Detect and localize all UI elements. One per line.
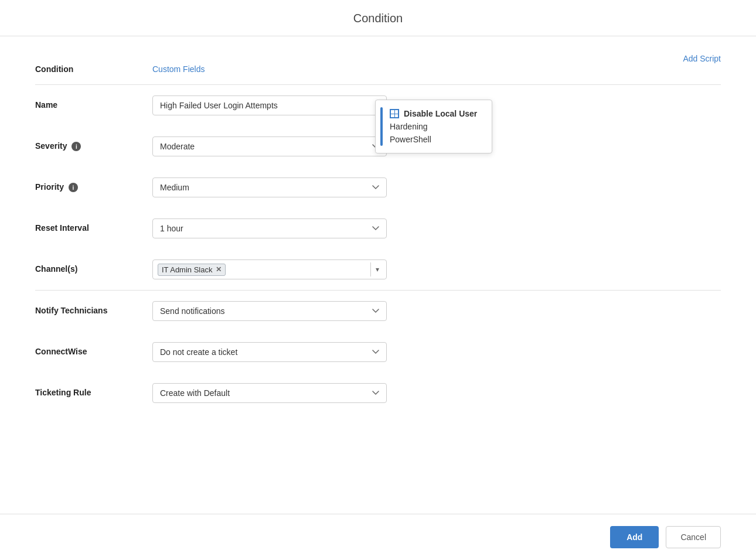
channels-label: Channel(s) [35,259,152,274]
reset-interval-field-wrapper: 1 hour 2 hours 4 hours 8 hours 24 hours [152,218,387,238]
name-label: Name [35,95,152,110]
script-popup-border [380,107,383,146]
custom-fields-link[interactable]: Custom Fields [152,64,205,74]
condition-row: Condition Custom Fields [35,54,721,84]
priority-label: Priority i [35,177,152,192]
script-popup: Disable Local User Hardening PowerShell [375,100,492,153]
script-popup-title: Disable Local User [390,107,482,120]
ticketing-select[interactable]: Create with Default Custom Rule [152,383,387,403]
ticketing-field-wrapper: Create with Default Custom Rule [152,383,387,403]
connectwise-row: ConnectWise Do not create a ticket Creat… [35,332,721,373]
ticketing-row: Ticketing Rule Create with Default Custo… [35,373,721,414]
channel-divider [370,262,371,276]
script-popup-inner: Disable Local User Hardening PowerShell [385,107,482,146]
priority-field-wrapper: Medium Low High [152,177,387,197]
severity-field-wrapper: Moderate Low High Critical [152,136,387,156]
channel-select-wrapper[interactable]: IT Admin Slack ✕ ▾ [152,259,387,279]
connectwise-select[interactable]: Do not create a ticket Create a ticket [152,342,387,362]
notify-label: Notify Technicians [35,301,152,315]
channel-dropdown-arrow: ▾ [373,265,382,274]
modal-body: Add Script Disable Local User [0,36,756,514]
script-popup-subtitle2: PowerShell [390,133,482,146]
modal-footer: Add Cancel [0,514,756,560]
channel-tag-label: IT Admin Slack [162,265,212,274]
name-input[interactable] [152,95,387,115]
ticketing-label: Ticketing Rule [35,383,152,397]
script-popup-subtitle1: Hardening [390,120,482,133]
reset-interval-label: Reset Interval [35,218,152,233]
modal-title: Condition [353,12,403,25]
connectwise-label: ConnectWise [35,342,152,356]
channel-tag-remove[interactable]: ✕ [216,265,222,274]
severity-info-icon: i [71,142,81,151]
notify-select[interactable]: Send notifications Do not send notificat… [152,301,387,321]
priority-info-icon: i [69,183,78,192]
condition-label: Condition [35,64,152,74]
add-script-button[interactable]: Add Script [683,54,721,63]
notify-row: Notify Technicians Send notifications Do… [35,291,721,332]
add-button[interactable]: Add [610,526,659,548]
modal-container: Condition Add Script Disab [0,0,756,560]
connectwise-field-wrapper: Do not create a ticket Create a ticket [152,342,387,362]
severity-label: Severity i [35,136,152,151]
name-field-wrapper [152,95,387,115]
cancel-button[interactable]: Cancel [666,526,721,548]
reset-interval-row: Reset Interval 1 hour 2 hours 4 hours 8 … [35,208,721,249]
channels-row: Channel(s) IT Admin Slack ✕ ▾ [35,249,721,290]
windows-icon [390,109,399,118]
priority-row: Priority i Medium Low High [35,167,721,208]
reset-interval-select[interactable]: 1 hour 2 hours 4 hours 8 hours 24 hours [152,218,387,238]
channels-field-wrapper: IT Admin Slack ✕ ▾ [152,259,387,279]
priority-select[interactable]: Medium Low High [152,177,387,197]
notify-field-wrapper: Send notifications Do not send notificat… [152,301,387,321]
severity-select[interactable]: Moderate Low High Critical [152,136,387,156]
channel-tag: IT Admin Slack ✕ [158,264,226,276]
modal-header: Condition [0,0,756,36]
